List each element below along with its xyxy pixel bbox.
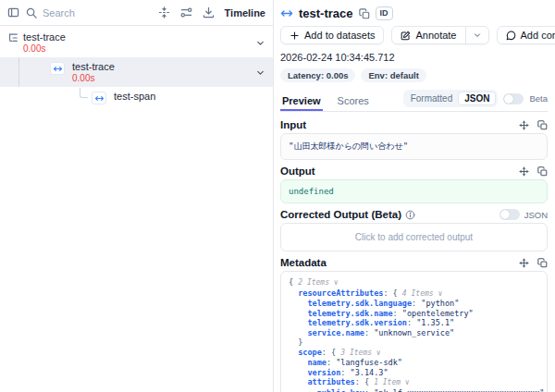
annotate-dropdown-button[interactable] <box>465 26 489 44</box>
add-corrected-output-area[interactable]: Click to add corrected output <box>280 223 548 251</box>
json-line: scope: { 3 Items ∨ <box>289 348 539 359</box>
corrected-json-label: JSON <box>524 210 548 220</box>
metadata-section-header: Metadata <box>280 257 548 268</box>
add-to-datasets-button[interactable]: Add to datasets <box>280 26 384 44</box>
copy-icon[interactable] <box>537 166 548 177</box>
info-icon[interactable] <box>405 210 415 220</box>
move-horizontal-icon <box>94 94 105 103</box>
search-icon <box>26 7 37 18</box>
tab-scores[interactable]: Scores <box>336 95 371 111</box>
chevron-down-icon[interactable] <box>255 38 265 48</box>
beta-toggle[interactable] <box>503 93 524 104</box>
json-line: resourceAttributes: { 4 Items ∨ <box>289 288 539 300</box>
annotate-button[interactable]: Annotate <box>391 26 465 44</box>
tree-row-main: test-span <box>114 91 155 102</box>
tree-row-label: test-trace <box>72 61 115 72</box>
corrected-output-title: Corrected Output (Beta) <box>280 209 415 220</box>
json-line: name: "langfuse-sdk" <box>289 358 539 368</box>
view-controls: Formatted JSON Beta <box>403 90 548 111</box>
input-section-icons <box>519 120 548 130</box>
tree-connector <box>80 88 88 98</box>
latency-badge: Latency: 0.00s <box>280 68 355 82</box>
tree-row-duration: 0.00s <box>23 43 66 54</box>
beta-label: Beta <box>529 93 548 104</box>
action-buttons: Add to datasets Annotate Add comment <box>280 26 548 44</box>
expand-icon[interactable] <box>519 166 529 177</box>
tree-row-label: test-trace <box>23 31 66 43</box>
fold-vertical-icon[interactable] <box>158 6 170 18</box>
trace-detail-panel: test-trace ID Add to datasets Annotate <box>274 0 555 392</box>
metadata-json-viewer: { 2 Items ∨ resourceAttributes: { 4 Item… <box>280 271 548 392</box>
tree-row-main: test-trace 0.00s <box>23 31 66 54</box>
output-value: undefined <box>280 179 548 203</box>
json-line: telemetry.sdk.name: "opentelemetry" <box>289 309 539 319</box>
tree-row-label: test-span <box>114 91 155 102</box>
metadata-section: Metadata { 2 Items ∨ resourceAttributes:… <box>280 257 548 392</box>
input-value: "山田太郎様からの問い合わせ" <box>280 133 548 160</box>
annotate-split-button: Annotate <box>391 26 488 44</box>
json-line: attributes: { 1 Item ∨ <box>289 377 539 388</box>
corrected-output-header: Corrected Output (Beta) JSON <box>280 209 548 220</box>
chevron-down-icon[interactable] <box>255 67 265 78</box>
collapse-panel-icon[interactable] <box>7 6 19 18</box>
json-line: } <box>289 337 539 348</box>
json-line: public_key: "pk-lf-xxxxxxxxxxxxxxxxxxxxx… <box>289 388 539 392</box>
output-section: Output undefined <box>280 165 548 203</box>
env-badge: Env: default <box>361 68 426 82</box>
corrected-output-controls: JSON <box>500 209 548 220</box>
corrected-output-title-text: Corrected Output (Beta) <box>280 209 401 220</box>
span-type-chip <box>50 62 65 75</box>
trace-tree: test-trace 0.00s test-trace 0.00s <box>0 26 273 392</box>
expand-icon[interactable] <box>519 120 529 130</box>
output-section-icons <box>519 166 548 177</box>
add-comment-label: Add comment <box>521 30 555 41</box>
timeline-button[interactable]: Timeline <box>225 7 265 18</box>
search-box <box>26 7 152 18</box>
plus-icon <box>290 31 300 41</box>
page-title: test-trace <box>299 6 353 20</box>
json-line: version: "3.14.3" <box>289 368 539 378</box>
tree-row-main: test-trace 0.00s <box>72 61 115 83</box>
output-title: Output <box>280 165 315 177</box>
copy-icon[interactable] <box>537 120 548 130</box>
trace-badges: Latency: 0.00s Env: default <box>280 68 548 82</box>
tree-toolbar: Timeline <box>0 0 273 26</box>
id-badge[interactable]: ID <box>376 6 393 20</box>
tree-row-span[interactable]: test-span <box>0 87 273 108</box>
json-line: service.name: "unknown_service" <box>289 328 539 338</box>
comment-bubble-icon <box>506 31 516 41</box>
trace-tree-panel: Timeline test-trace 0.00s <box>0 0 274 392</box>
pen-square-icon <box>401 31 411 41</box>
corrected-output-section: Corrected Output (Beta) JSON Click to ad… <box>280 209 548 251</box>
metadata-title: Metadata <box>280 257 327 268</box>
json-line: { 2 Items ∨ <box>289 277 539 288</box>
expand-icon[interactable] <box>519 258 529 268</box>
copy-icon[interactable] <box>359 8 370 19</box>
formatted-option[interactable]: Formatted <box>405 92 459 104</box>
add-to-datasets-label: Add to datasets <box>304 30 375 41</box>
download-icon[interactable] <box>203 6 215 18</box>
json-option[interactable]: JSON <box>458 92 496 105</box>
chevron-down-icon <box>473 31 482 40</box>
tree-row-trace-child-selected[interactable]: test-trace 0.00s <box>0 57 273 87</box>
input-section-header: Input <box>280 119 548 130</box>
tree-row-trace-root[interactable]: test-trace 0.00s <box>0 28 273 57</box>
preview-content: Input "山田太郎様からの問い合わせ" Output <box>280 112 548 392</box>
output-section-header: Output <box>280 165 548 177</box>
annotate-label: Annotate <box>415 30 456 41</box>
tabs-row: Preview Scores Formatted JSON Beta <box>280 90 548 112</box>
search-input[interactable] <box>43 7 152 18</box>
corrected-json-toggle[interactable] <box>500 209 520 220</box>
tab-preview[interactable]: Preview <box>280 95 323 111</box>
title-row: test-trace ID <box>280 6 548 20</box>
trace-timestamp: 2026-02-24 10:34:45.712 <box>280 52 548 63</box>
copy-icon[interactable] <box>537 258 548 268</box>
settings-sliders-icon[interactable] <box>180 6 192 18</box>
span-type-chip <box>92 92 106 104</box>
json-line: telemetry.sdk.language: "python" <box>289 299 539 309</box>
list-tree-icon <box>7 32 18 43</box>
input-title: Input <box>280 119 306 130</box>
move-horizontal-icon <box>280 8 293 18</box>
input-section: Input "山田太郎様からの問い合わせ" <box>280 119 548 160</box>
add-comment-button[interactable]: Add comment <box>497 26 555 44</box>
